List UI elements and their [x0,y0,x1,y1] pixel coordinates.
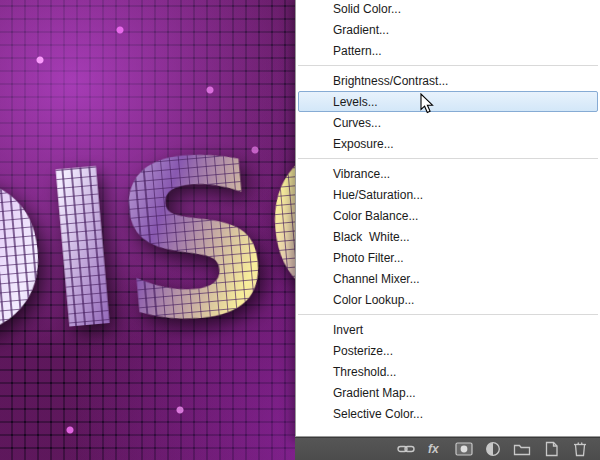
menu-item-posterize[interactable]: Posterize... [298,340,598,361]
menu-item-invert[interactable]: Invert [298,319,598,340]
menu-item-levels[interactable]: Levels... [298,91,598,112]
menu-item-label: Invert [333,323,363,337]
menu-item-label: Gradient Map... [333,386,416,400]
menu-item-vibrance[interactable]: Vibrance... [298,163,598,184]
new-layer-icon[interactable] [541,441,561,458]
menu-item-label: Vibrance... [333,167,390,181]
photoshop-workspace: DISCO Solid Color... Gradient... Pattern… [0,0,600,460]
menu-item-color-balance[interactable]: Color Balance... [298,205,598,226]
menu-separator [298,65,598,66]
menu-item-hue-saturation[interactable]: Hue/Saturation... [298,184,598,205]
adjustment-layer-menu: Solid Color... Gradient... Pattern... Br… [295,0,600,437]
menu-item-selective-color[interactable]: Selective Color... [298,403,598,424]
menu-item-gradient-map[interactable]: Gradient Map... [298,382,598,403]
add-layer-style-icon[interactable]: fx [425,441,445,458]
menu-item-label: Color Balance... [333,209,418,223]
menu-item-channel-mixer[interactable]: Channel Mixer... [298,268,598,289]
menu-item-label: Channel Mixer... [333,272,420,286]
menu-item-label: Selective Color... [333,407,423,421]
link-layers-icon[interactable] [396,441,416,458]
menu-item-photo-filter[interactable]: Photo Filter... [298,247,598,268]
menu-item-color-lookup[interactable]: Color Lookup... [298,289,598,310]
menu-item-pattern[interactable]: Pattern... [298,40,598,61]
menu-item-label: Threshold... [333,365,396,379]
menu-separator [298,314,598,315]
menu-item-label: Photo Filter... [333,251,404,265]
menu-item-label: Posterize... [333,344,393,358]
menu-item-exposure[interactable]: Exposure... [298,133,598,154]
new-adjustment-layer-icon[interactable] [483,441,503,458]
menu-item-label: Levels... [333,95,378,109]
add-layer-mask-icon[interactable] [454,441,474,458]
menu-item-threshold[interactable]: Threshold... [298,361,598,382]
delete-layer-icon[interactable] [570,441,590,458]
menu-item-label: Exposure... [333,137,394,151]
menu-item-label: Solid Color... [333,2,401,16]
menu-item-label: Black White... [333,230,410,244]
menu-item-label: Gradient... [333,23,389,37]
menu-separator [298,158,598,159]
menu-item-brightness-contrast[interactable]: Brightness/Contrast... [298,70,598,91]
menu-item-label: Color Lookup... [333,293,414,307]
menu-item-label: Brightness/Contrast... [333,74,448,88]
svg-text:fx: fx [428,442,440,456]
new-group-icon[interactable] [512,441,532,458]
menu-item-label: Hue/Saturation... [333,188,423,202]
menu-item-black-white[interactable]: Black White... [298,226,598,247]
menu-item-curves[interactable]: Curves... [298,112,598,133]
menu-item-gradient[interactable]: Gradient... [298,19,598,40]
menu-item-label: Pattern... [333,44,382,58]
layers-panel-toolbar: fx [295,437,600,460]
menu-item-label: Curves... [333,116,381,130]
menu-item-solid-color[interactable]: Solid Color... [298,0,598,19]
